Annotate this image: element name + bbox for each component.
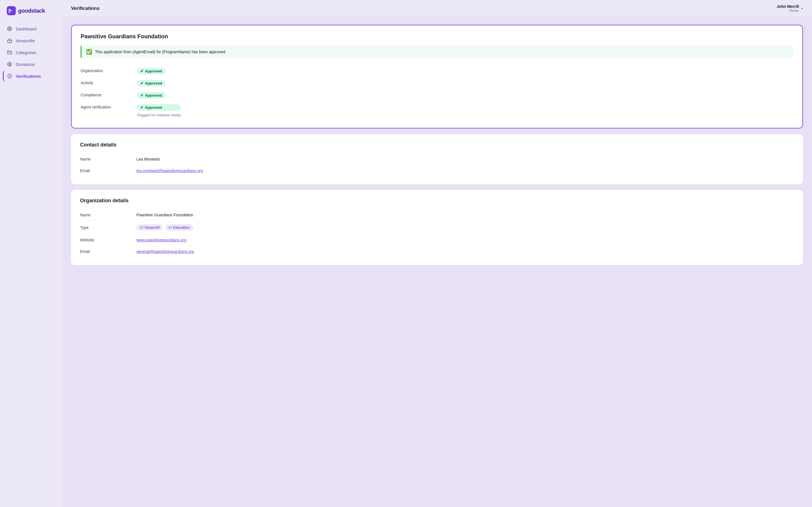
status-label-activity: Activity [81, 80, 137, 85]
svg-rect-11 [9, 41, 10, 43]
approved-badge-activity: ✔ Approved [137, 80, 165, 87]
tag-icon-nonprofit: 🏷 [140, 226, 143, 230]
donations-icon [7, 61, 12, 67]
contact-details-card: Contact details Name Lea Montwist Email … [71, 134, 803, 184]
organization-details-card: Organization details Name Pawsitive Guar… [71, 190, 803, 265]
type-badge-nonprofit: 🏷 Nonprofit [137, 224, 163, 231]
contact-email-label: Email [80, 168, 137, 173]
status-rows: Organization ✔ Approved Activity ✔ [81, 65, 794, 120]
sidebar-item-dashboard-label: Dashboard [16, 26, 36, 31]
org-name-label: Name [80, 213, 137, 217]
status-content-compliance: ✔ Approved [137, 92, 165, 99]
status-content-agent: ✔ Approved Flagged for Adverse media [137, 104, 181, 117]
approved-label-agent: Approved [145, 105, 162, 110]
approved-icon-organization: ✔ [140, 69, 144, 73]
type-badge-education-label: Education [173, 225, 190, 230]
approved-badge-agent: ✔ Approved [137, 104, 181, 111]
sidebar-item-dashboard[interactable]: Dashboard [3, 23, 59, 34]
user-name: John Merrill [777, 4, 799, 9]
tag-icon-education: 🏷 [168, 226, 172, 230]
user-info: John Merrill Owner [777, 4, 799, 13]
org-name-value: Pawsitive Guardians Foundation [137, 213, 193, 217]
user-role: Owner [777, 9, 799, 13]
approved-badge-organization: ✔ Approved [137, 68, 165, 74]
logo-text: goodstack [18, 8, 45, 14]
status-label-agent: Agent verification [81, 104, 137, 109]
verifications-icon [7, 73, 12, 79]
sidebar-navigation: Dashboard Nonprofits Categories [0, 23, 62, 82]
sidebar-item-nonprofits[interactable]: Nonprofits [3, 35, 59, 46]
org-type-badges: 🏷 Nonprofit 🏷 Education [137, 224, 193, 231]
nonprofits-icon [7, 38, 12, 43]
sidebar-item-verifications[interactable]: Verifications [3, 70, 59, 82]
verification-card: Pawsitive Guardians Foundation ✅ This ap… [71, 25, 803, 128]
header: Verifications John Merrill Owner ▾ [62, 0, 812, 17]
contact-name-row: Name Lea Montwist [80, 154, 794, 165]
org-type-row: Type 🏷 Nonprofit 🏷 Education [80, 221, 794, 234]
logo-icon [7, 6, 16, 15]
type-badge-education: 🏷 Education [165, 224, 193, 231]
contact-details-title: Contact details [80, 142, 794, 148]
approved-icon-activity: ✔ [140, 81, 144, 86]
main-wrapper: Verifications John Merrill Owner ▾ Pawsi… [62, 0, 812, 507]
page-title: Verifications [71, 6, 100, 11]
sidebar-item-donations[interactable]: Donations [3, 59, 59, 70]
status-content-organization: ✔ Approved [137, 68, 165, 74]
sidebar-item-nonprofits-label: Nonprofits [16, 38, 35, 43]
approval-banner-text: This application from {AgentEmail} for {… [95, 50, 225, 54]
org-email-value[interactable]: general@pawsitiveguardians.org [137, 249, 194, 254]
dashboard-icon [7, 26, 12, 32]
user-menu[interactable]: John Merrill Owner ▾ [777, 4, 803, 13]
check-circle-icon: ✅ [86, 49, 92, 55]
contact-email-row: Email lea.montwist@pawsitiveguardians.or… [80, 165, 794, 176]
contact-email-value[interactable]: lea.montwist@pawsitiveguardians.org [137, 168, 203, 173]
status-content-activity: ✔ Approved [137, 80, 165, 87]
svg-rect-2 [8, 10, 12, 11]
contact-name-value: Lea Montwist [137, 157, 160, 161]
svg-rect-3 [8, 12, 10, 13]
status-row-agent: Agent verification ✔ Approved Flagged fo… [81, 101, 794, 120]
org-website-row: Website www.pawsitiveguardians.org [80, 234, 794, 246]
flagged-text-agent: Flagged for Adverse media [137, 113, 181, 117]
org-email-row: Email general@pawsitiveguardians.org [80, 246, 794, 257]
svg-rect-1 [8, 9, 11, 10]
approved-label-compliance: Approved [145, 93, 162, 98]
sidebar-item-verifications-label: Verifications [16, 74, 41, 78]
logo[interactable]: goodstack [0, 0, 62, 23]
contact-name-label: Name [80, 157, 137, 161]
approved-icon-agent: ✔ [140, 105, 144, 110]
status-label-organization: Organization [81, 68, 137, 73]
approved-badge-compliance: ✔ Approved [137, 92, 165, 99]
approval-banner: ✅ This application from {AgentEmail} for… [81, 45, 794, 58]
approved-label-activity: Approved [145, 81, 162, 86]
org-website-value[interactable]: www.pawsitiveguardians.org [137, 238, 186, 242]
verification-card-title: Pawsitive Guardians Foundation [81, 33, 794, 40]
status-label-compliance: Compliance [81, 92, 137, 97]
approved-label-organization: Approved [145, 69, 162, 73]
svg-point-5 [9, 28, 10, 30]
chevron-down-icon: ▾ [801, 6, 803, 10]
status-row-activity: Activity ✔ Approved [81, 77, 794, 89]
status-row-organization: Organization ✔ Approved [81, 65, 794, 77]
org-email-label: Email [80, 249, 137, 254]
content-area: Pawsitive Guardians Foundation ✅ This ap… [62, 17, 812, 507]
organization-details-title: Organization details [80, 198, 794, 204]
sidebar: goodstack Dashboard [0, 0, 62, 507]
categories-icon [7, 50, 12, 55]
approved-icon-compliance: ✔ [140, 93, 144, 98]
status-row-compliance: Compliance ✔ Approved [81, 89, 794, 101]
org-name-row: Name Pawsitive Guardians Foundation [80, 209, 794, 221]
sidebar-item-categories[interactable]: Categories [3, 47, 59, 58]
sidebar-item-donations-label: Donations [16, 62, 35, 67]
org-type-label: Type [80, 225, 137, 230]
type-badge-nonprofit-label: Nonprofit [145, 225, 160, 230]
org-website-label: Website [80, 238, 137, 242]
sidebar-item-categories-label: Categories [16, 50, 36, 55]
